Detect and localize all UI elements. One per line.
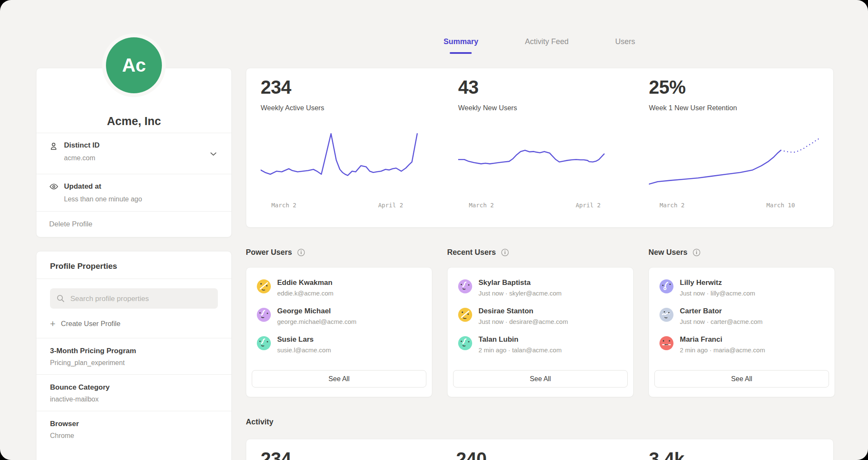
user-name: Susie Lars: [277, 335, 314, 344]
x-tick: March 2: [271, 202, 296, 209]
user-avatar: [257, 308, 271, 322]
search-input[interactable]: [70, 288, 214, 309]
x-tick: March 10: [766, 202, 795, 209]
property-name: Browser: [50, 420, 218, 428]
user-detail: 2 min ago · talan@acme.com: [479, 346, 562, 354]
user-avatar: [458, 336, 472, 350]
user-name: Skylar Baptista: [479, 279, 531, 287]
field-updated-at: Updated at Less than one minute ago: [36, 174, 231, 212]
see-all-button[interactable]: See All: [654, 370, 829, 388]
field-distinct-id: Distinct ID acme.com: [36, 133, 231, 174]
company-name: Acme, Inc: [36, 115, 231, 128]
user-name: George Michael: [277, 307, 331, 315]
stat-label: Week 1 New User Retention: [649, 104, 737, 112]
property-value: inactive-mailbox: [50, 396, 218, 403]
property-row-bounce-category[interactable]: Bounce Category inactive-mailbox: [36, 374, 231, 411]
section-title: Power Users: [246, 248, 292, 257]
profile-properties-card: Profile Properties + Create User Profile…: [36, 251, 232, 460]
user-row[interactable]: Lilly Herwitz Just now · lilly@acme.com: [659, 279, 824, 301]
stat-value: 234: [261, 77, 291, 98]
company-avatar: Ac: [106, 37, 162, 93]
info-icon[interactable]: [693, 248, 701, 256]
property-name: Bounce Category: [50, 383, 218, 392]
plus-icon: +: [50, 321, 56, 327]
x-tick: April 2: [576, 202, 601, 209]
divider: [36, 279, 231, 279]
power-users-header: Power Users: [246, 248, 305, 257]
user-detail: Just now · desirare@acme.com: [479, 318, 568, 325]
user-row[interactable]: Carter Bator Just now · carter@acme.com: [659, 307, 824, 329]
chevron-down-icon[interactable]: [210, 150, 217, 158]
x-tick: March 2: [469, 202, 494, 209]
user-row[interactable]: Desirae Stanton Just now · desirare@acme…: [458, 307, 623, 329]
stat-weekly-new-users: 43 Weekly New Users March 2 April 2: [458, 68, 636, 227]
user-row[interactable]: Maria Franci 2 min ago · maria@acme.com: [659, 335, 824, 357]
user-name: Desirae Stanton: [479, 307, 533, 315]
property-row-pricing-program[interactable]: 3-Month Pricing Program Pricing_plan_exp…: [36, 338, 231, 374]
user-detail: Just now · carter@acme.com: [680, 318, 762, 325]
info-icon[interactable]: [297, 248, 305, 256]
profile-properties-title: Profile Properties: [36, 251, 231, 279]
section-title: Recent Users: [447, 248, 496, 257]
activity-title: Activity: [246, 418, 273, 427]
user-detail: Just now · skyler@acme.com: [479, 290, 562, 297]
activity-card: 234 240 3.4k: [246, 439, 834, 460]
user-detail: eddie.k@acme.com: [277, 290, 334, 297]
power-users-card: Eddie Kwakman eddie.k@acme.com George Mi…: [246, 267, 432, 397]
search-profile-properties[interactable]: [50, 288, 218, 309]
person-icon: [49, 142, 58, 153]
new-users-card: Lilly Herwitz Just now · lilly@acme.com …: [648, 267, 835, 397]
user-name: Talan Lubin: [479, 335, 518, 344]
info-icon[interactable]: [501, 248, 509, 256]
create-user-profile-label: Create User Profile: [61, 320, 120, 328]
property-value: Chrome: [50, 432, 218, 440]
user-row[interactable]: George Michael george.michael@acme.com: [257, 307, 421, 329]
activity-stat-value: 3.4k: [649, 449, 684, 460]
see-all-button[interactable]: See All: [453, 370, 628, 388]
user-name: Lilly Herwitz: [680, 279, 722, 287]
tab-bar: Summary Activity Feed Users: [246, 37, 833, 54]
see-all-button[interactable]: See All: [252, 370, 426, 388]
property-name: 3-Month Pricing Program: [50, 347, 218, 355]
tab-summary[interactable]: Summary: [443, 37, 478, 54]
profile-card: Acme, Inc Distinct ID acme.com: [36, 68, 232, 237]
user-row[interactable]: Talan Lubin 2 min ago · talan@acme.com: [458, 335, 623, 357]
user-row[interactable]: Susie Lars susie.l@acme.com: [257, 335, 421, 357]
user-avatar: [257, 336, 271, 350]
user-detail: 2 min ago · maria@acme.com: [680, 346, 765, 354]
user-avatar: [659, 279, 673, 293]
user-name: Maria Franci: [680, 335, 722, 344]
user-avatar: [659, 336, 673, 350]
user-row[interactable]: Eddie Kwakman eddie.k@acme.com: [257, 279, 421, 301]
delete-profile-button[interactable]: Delete Profile: [36, 211, 231, 237]
user-detail: george.michael@acme.com: [277, 318, 356, 325]
weekly-active-users-sparkline: [261, 132, 437, 193]
tab-users[interactable]: Users: [615, 37, 635, 54]
user-avatar: [458, 279, 472, 293]
x-tick: April 2: [378, 202, 403, 209]
field-value: acme.com: [64, 154, 95, 162]
user-avatar: [659, 308, 673, 322]
company-avatar-initials: Ac: [122, 55, 146, 76]
user-avatar: [257, 279, 271, 293]
activity-stat-value: 240: [456, 449, 487, 460]
new-users-header: New Users: [648, 248, 701, 257]
user-avatar: [458, 308, 472, 322]
stat-weekly-active-users: 234 Weekly Active Users March 2 April 2: [261, 68, 439, 227]
field-label: Updated at: [64, 182, 101, 191]
create-user-profile-button[interactable]: + Create User Profile: [50, 320, 120, 328]
summary-stats-card: 234 Weekly Active Users March 2 April 2 …: [246, 68, 834, 228]
field-value: Less than one minute ago: [64, 195, 142, 203]
user-row[interactable]: Skylar Baptista Just now · skyler@acme.c…: [458, 279, 623, 301]
user-name: Eddie Kwakman: [277, 279, 332, 287]
tab-activity-feed[interactable]: Activity Feed: [525, 37, 568, 54]
search-icon: [56, 294, 65, 303]
activity-stat-value: 234: [261, 449, 291, 460]
recent-users-header: Recent Users: [447, 248, 509, 257]
week1-retention-sparkline: [649, 132, 825, 193]
property-row-browser[interactable]: Browser Chrome: [36, 411, 231, 447]
app-window: Ac Acme, Inc Distinct ID acme.com: [0, 0, 868, 460]
recent-users-card: Skylar Baptista Just now · skyler@acme.c…: [447, 267, 634, 397]
stat-label: Weekly New Users: [458, 104, 517, 112]
eye-icon: [49, 183, 58, 192]
